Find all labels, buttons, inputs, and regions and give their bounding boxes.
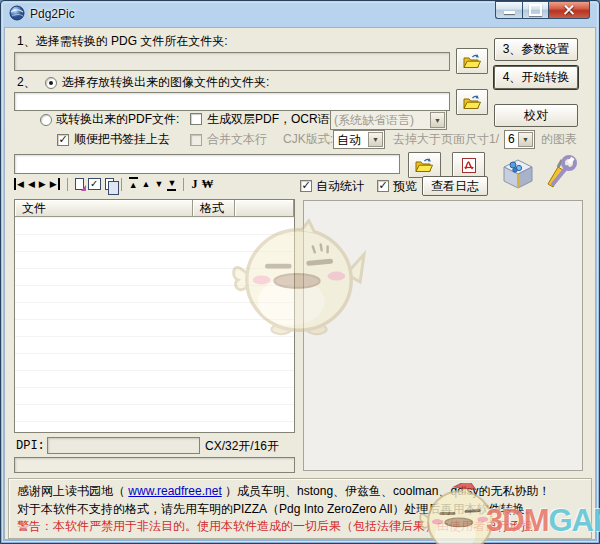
auto-stats-label[interactable]: 自动统计 [316, 179, 364, 194]
move-up-icon[interactable]: ▲ [142, 178, 151, 190]
source-folder-input[interactable] [14, 52, 450, 71]
chevron-down-icon[interactable]: ▼ [430, 112, 445, 128]
browse-source-button[interactable] [456, 48, 488, 74]
output-image-radio[interactable] [45, 77, 57, 89]
pdg2pic-window: Pdg2Pic 1、选择需转换的 PDG 文件所在文件夹: 2、 选择存放转换出… [0, 0, 600, 544]
cjk-layout-value: 自动 [337, 132, 367, 149]
warning-line: 警告：本软件严禁用于非法目的。使用本软件造成的一切后果（包括法律后果）由使用者自… [17, 518, 545, 535]
settings-button[interactable]: 3、参数设置 [494, 38, 578, 61]
bookmark-checkbox[interactable]: ✓ [57, 134, 69, 146]
move-bottom-icon[interactable]: ▼ [167, 177, 176, 191]
pdf-file-button[interactable] [452, 152, 485, 178]
nav-prev-icon[interactable]: ◀ [28, 178, 35, 190]
move-down-icon[interactable]: ▼ [155, 178, 164, 190]
pdf-radio-label[interactable]: 或转换出来的PDF文件: [56, 112, 179, 127]
cjk-layout-select[interactable]: 自动 ▼ [333, 130, 385, 149]
chevron-down-icon[interactable]: ▼ [368, 132, 383, 147]
view-log-button[interactable]: 查看日志 [422, 176, 488, 196]
radio-dot [49, 81, 53, 85]
file-table[interactable]: 文件 格式 [14, 199, 295, 433]
thanks-line: 感谢网上读书园地（ www.readfree.net ）成员车明、hstong、… [17, 483, 550, 500]
toolbar-separator [67, 178, 68, 191]
open-folder-icon [415, 158, 434, 173]
title-bar[interactable]: Pdg2Pic [0, 0, 600, 27]
strip-chart-value: 6 [508, 132, 517, 146]
step1-label: 1、选择需转换的 PDG 文件所在文件夹: [17, 34, 228, 49]
dual-layer-label[interactable]: 生成双层PDF，OCR语言: [207, 112, 345, 127]
preview-checkbox[interactable]: ✓ [377, 180, 389, 192]
auto-stats-checkbox[interactable]: ✓ [300, 180, 312, 192]
step2-label[interactable]: 选择存放转换出来的图像文件的文件夹: [62, 75, 269, 90]
merge-text-checkbox[interactable] [190, 134, 202, 146]
readfree-link[interactable]: www.readfree.net [128, 484, 221, 498]
merge-text-label: 合并文本行 [207, 132, 267, 147]
toolbar-separator [121, 178, 122, 191]
file-list-toolbar: ◀ ◀ ▶ ▶ ✓ ▲ ▲ ▼ ▼ J ₩ [14, 176, 213, 192]
column-header-file[interactable]: 文件 [15, 200, 193, 217]
close-button[interactable] [549, 1, 590, 19]
strip-chart-suffix: 的图表 [541, 132, 577, 147]
thanks-prefix: 感谢网上读书园地（ [17, 484, 128, 498]
tip-line: 对于本软件不支持的格式，请先用车明的PIZZA（Pdg Into ZeroZer… [17, 501, 536, 518]
tools-icon[interactable] [540, 154, 578, 189]
preview-label[interactable]: 预览 [393, 179, 417, 194]
nav-first-icon[interactable]: ◀ [14, 178, 24, 190]
minimize-button[interactable] [495, 1, 522, 19]
ocr-language-select[interactable]: (系统缺省语言) ▼ [330, 110, 447, 130]
pdf-icon [461, 157, 477, 174]
maximize-button[interactable] [522, 1, 549, 19]
window-title: Pdg2Pic [30, 7, 75, 21]
nav-last-icon[interactable]: ▶ [50, 178, 60, 190]
open-folder-icon [463, 54, 482, 69]
verify-files-icon[interactable]: ✓ [88, 178, 101, 190]
footer-box: 感谢网上读书园地（ www.readfree.net ）成员车明、hstong、… [8, 478, 592, 539]
output-folder-input[interactable] [14, 92, 450, 111]
select-files-icon[interactable] [75, 178, 84, 190]
toolbar-separator [183, 178, 184, 191]
column-header-extra[interactable] [235, 200, 294, 217]
pdf-path-input[interactable] [14, 154, 400, 174]
bookmark-label[interactable]: 顺便把书签挂上去 [74, 132, 170, 147]
chevron-down-icon[interactable]: ▼ [518, 132, 533, 147]
file-table-header: 文件 格式 [15, 200, 294, 217]
maximize-icon [529, 4, 542, 16]
step2-number: 2、 [17, 75, 36, 90]
format-info: CX/32开/16开 [205, 439, 279, 454]
minimize-icon [504, 11, 515, 14]
proofread-button[interactable]: 校对 [494, 104, 578, 127]
nav-next-icon[interactable]: ▶ [39, 178, 46, 190]
cjk-layout-label: CJK版式: [283, 132, 333, 147]
ocr-language-value: (系统缺省语言) [334, 112, 429, 129]
app-icon [9, 5, 25, 21]
start-convert-button[interactable]: 4、开始转换 [494, 66, 578, 89]
dual-layer-checkbox[interactable] [190, 113, 202, 125]
strip-chart-select[interactable]: 6 ▼ [504, 130, 535, 149]
browse-output-button[interactable] [456, 89, 488, 115]
doc-tag [81, 185, 86, 191]
dpi-input[interactable] [47, 437, 200, 454]
dpi-label: DPI: [16, 439, 45, 454]
preview-panel [303, 200, 583, 471]
open-folder-icon [463, 95, 482, 110]
caption-buttons [495, 1, 590, 19]
progress-bar [14, 457, 295, 473]
jump-icon[interactable]: J [191, 178, 197, 190]
package-icon[interactable] [502, 157, 535, 190]
move-top-icon[interactable]: ▲ [129, 177, 138, 191]
strip-chart-prefix: 去掉大于页面尺寸1/ [393, 132, 499, 147]
browse-pdf-button[interactable] [408, 152, 441, 178]
bookmark-tool-icon[interactable]: ₩ [201, 178, 213, 190]
column-header-format[interactable]: 格式 [193, 200, 235, 217]
thanks-suffix: ）成员车明、hstong、伊兹鱼、coolman、qdlsy的无私协助！ [222, 484, 551, 498]
copy-list-icon[interactable] [105, 178, 114, 190]
output-pdf-radio[interactable] [40, 114, 52, 126]
